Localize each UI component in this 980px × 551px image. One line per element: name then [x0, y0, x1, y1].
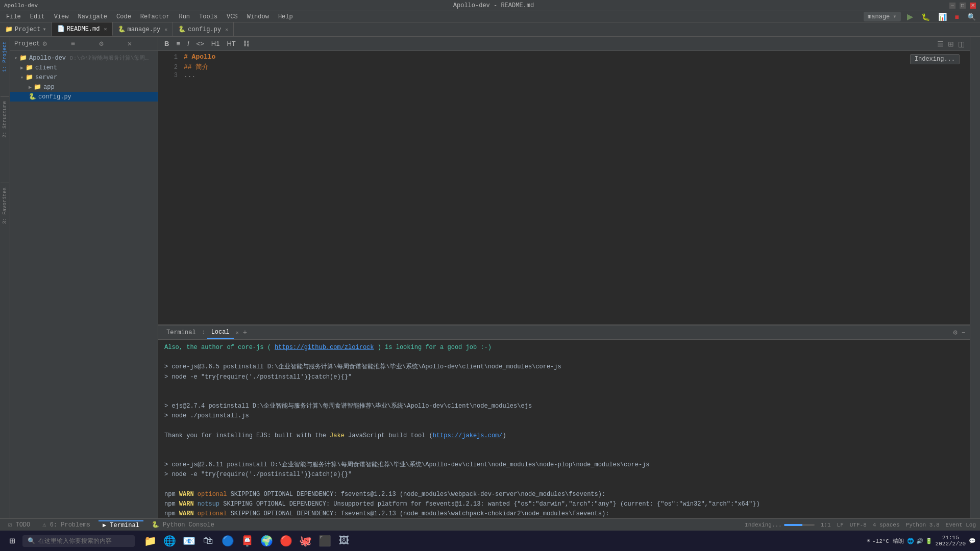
tree-app[interactable]: ▶ 📁 app [10, 82, 158, 92]
main-layout: 1: Project 2: Structure 3: Favorites Pro… [0, 37, 980, 518]
preview-view-button[interactable]: ◫ [957, 39, 966, 49]
italic-button[interactable]: I [185, 39, 191, 48]
settings-icon[interactable]: ⚙ [99, 39, 125, 48]
terminal-add-button[interactable]: + [243, 329, 247, 337]
tree-server-label: server [35, 74, 57, 81]
battery-icon[interactable]: 🔋 [925, 538, 933, 544]
taskbar-search-input[interactable] [38, 537, 120, 544]
run-button[interactable]: ▶ [905, 11, 915, 22]
tree-server[interactable]: ▾ 📁 server [10, 72, 158, 82]
taskbar-app-git[interactable]: 🐙 [296, 532, 314, 550]
taskbar-app-mail[interactable]: 📧 [180, 532, 198, 550]
event-log[interactable]: Event Log [946, 522, 976, 528]
menu-view[interactable]: View [50, 12, 73, 21]
taskbar-app-store[interactable]: 🛍 [199, 532, 217, 550]
network-icon[interactable]: 🌐 [907, 538, 914, 544]
config-tab-close[interactable]: ✕ [225, 27, 228, 33]
language[interactable]: Python 3.8 [906, 522, 940, 528]
readme-tab-close[interactable]: ✕ [104, 26, 107, 32]
maximize-button[interactable]: □ [960, 3, 966, 9]
notification-icon[interactable]: 💬 [969, 538, 976, 544]
menu-vcs[interactable]: VCS [223, 12, 242, 21]
run-config-dropdown-icon[interactable]: ▾ [893, 13, 896, 20]
search-everywhere-button[interactable]: 🔍 [965, 12, 978, 22]
close-sidebar-icon[interactable]: ✕ [128, 39, 154, 48]
menu-help[interactable]: Help [274, 12, 297, 21]
list-view-button[interactable]: ☰ [936, 39, 945, 49]
menu-window[interactable]: Window [243, 12, 273, 21]
clock[interactable]: 21:15 2022/2/20 [936, 535, 966, 547]
split-view-button[interactable]: ⊞ [947, 39, 955, 49]
minimize-button[interactable]: – [949, 3, 955, 9]
terminal-minimize-icon[interactable]: – [962, 328, 966, 337]
client-folder-icon: 📁 [26, 64, 33, 71]
vl-favorites-tab[interactable]: 3: Favorites [1, 183, 9, 228]
taskbar-app-files[interactable]: 📁 [141, 532, 159, 550]
menu-file[interactable]: File [2, 12, 25, 21]
cursor-position[interactable]: 1:1 [821, 522, 831, 528]
code-button[interactable]: <> [194, 39, 206, 48]
project-tab[interactable]: 📁 Project ▾ [0, 22, 52, 36]
vl-project-tab[interactable]: 1: Project [1, 37, 9, 76]
collapse-icon[interactable]: ≡ [71, 40, 97, 48]
menu-navigate[interactable]: Navigate [74, 12, 111, 21]
taskbar-app-chrome[interactable]: 🔵 [218, 532, 237, 550]
folder-icon: 📁 [5, 26, 13, 33]
code-line-3: 3 ... [158, 71, 970, 81]
python-console-tab[interactable]: 🐍 Python Console [148, 521, 218, 529]
windows-start-button[interactable]: ⊞ [4, 533, 20, 549]
terminal-local-close[interactable]: ✕ [236, 330, 239, 336]
indexing-text: Indexing... [915, 56, 955, 63]
menu-run[interactable]: Run [175, 12, 194, 21]
corelink[interactable]: https://github.com/zloirock [275, 344, 374, 351]
taskbar-app-red[interactable]: 🔴 [277, 532, 295, 550]
taskbar-app-ie[interactable]: 🌍 [257, 532, 276, 550]
taskbar-app-edge[interactable]: 🌐 [160, 532, 179, 550]
terminal-bottom-tab[interactable]: ▶ Terminal [99, 520, 143, 529]
terminal-settings-icon[interactable]: ⚙ [953, 328, 957, 337]
line-ending[interactable]: LF [837, 522, 844, 528]
encoding[interactable]: UTF-8 [850, 522, 867, 528]
client-chevron-icon: ▶ [20, 65, 23, 71]
taskbar-app-img[interactable]: 🖼 [335, 532, 353, 550]
editor-content[interactable]: 1 # Apollo 2 ## 简介 3 ... Indexing... [158, 51, 970, 324]
menu-tools[interactable]: Tools [195, 12, 222, 21]
h1-button[interactable]: H1 [209, 39, 222, 48]
menu-edit[interactable]: Edit [26, 12, 49, 21]
todo-tab[interactable]: ☑ TODO [4, 521, 34, 529]
file-tab-manage[interactable]: 🐍 manage.py ✕ [113, 22, 174, 36]
bold-button[interactable]: B [162, 39, 171, 48]
volume-icon[interactable]: 🔊 [916, 538, 923, 544]
file-tab-config[interactable]: 🐍 config.py ✕ [173, 22, 234, 36]
config-file-icon: 🐍 [29, 93, 36, 101]
manage-tab-close[interactable]: ✕ [164, 27, 167, 33]
problems-tab[interactable]: ⚠ 6: Problems [38, 521, 94, 529]
tree-client[interactable]: ▶ 📁 client [10, 63, 158, 72]
file-tab-readme[interactable]: 📄 README.md ✕ [52, 22, 113, 36]
tree-root[interactable]: ▾ 📁 Apollo-dev D:\企业智能与服务计算\每周食谱智能推荐\毕业\… [10, 53, 158, 63]
tree-config[interactable]: 🐍 config.py [10, 92, 158, 102]
stop-button[interactable]: ■ [953, 12, 961, 22]
debug-button[interactable]: 🐛 [919, 12, 932, 22]
link-button[interactable]: ⛓ [241, 39, 252, 48]
terminal-local-tab[interactable]: Local [207, 327, 234, 339]
close-button[interactable]: ✕ [970, 3, 976, 9]
coverage-button[interactable]: 📊 [936, 12, 949, 22]
table-button[interactable]: ≡ [174, 39, 182, 48]
root-folder-icon: 📁 [19, 54, 27, 62]
terminal-content[interactable]: Also, the author of core-js ( https://gi… [158, 340, 970, 518]
ht-button[interactable]: HT [225, 39, 237, 48]
terminal-blank-4 [164, 421, 964, 431]
menu-code[interactable]: Code [112, 12, 135, 21]
sync-icon[interactable]: ⚙ [42, 39, 68, 48]
jakejs-link[interactable]: https://jakejs.com/ [433, 432, 503, 439]
taskbar-app-outlook[interactable]: 📮 [238, 532, 256, 550]
indent[interactable]: 4 spaces [873, 522, 900, 528]
indexing-badge: Indexing... [910, 54, 960, 64]
taskbar-app-term[interactable]: ⬛ [315, 532, 334, 550]
vl-structure-tab[interactable]: 2: Structure [1, 96, 9, 142]
terminal-tab[interactable]: Terminal [162, 327, 200, 338]
menu-refactor[interactable]: Refactor [136, 12, 174, 21]
editor-toolbar: B ≡ I <> H1 HT ⛓ ☰ ⊞ ◫ [158, 37, 970, 51]
taskbar-search-box[interactable]: 🔍 [22, 535, 135, 547]
